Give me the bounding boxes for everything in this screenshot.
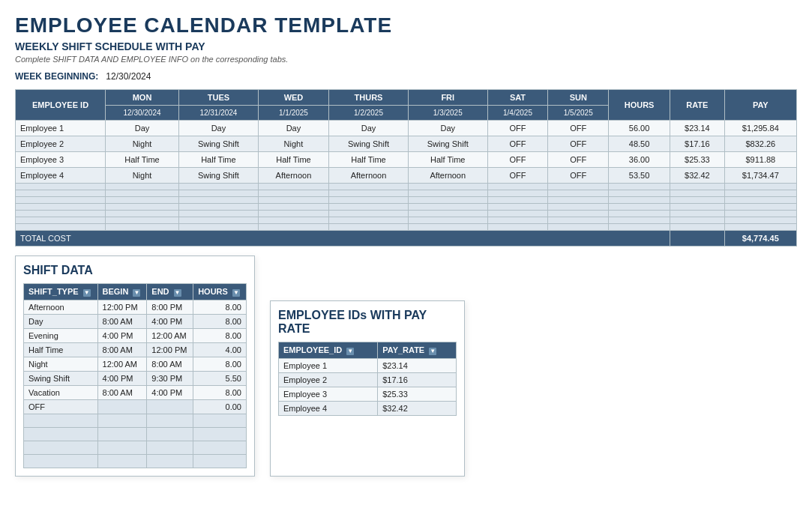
table-cell: Night <box>106 168 179 184</box>
table-cell <box>106 184 179 190</box>
list-item: Evening4:00 PM12:00 AM8.00 <box>24 329 247 343</box>
table-cell: 48.50 <box>609 136 670 152</box>
table-cell: Half Time <box>329 152 409 168</box>
table-cell <box>16 190 106 197</box>
filter-icon-pay-rate[interactable]: ▼ <box>429 348 436 355</box>
emp-cell: Employee 2 <box>279 373 378 387</box>
main-title: EMPLOYEE CALENDAR TEMPLATE <box>15 13 797 37</box>
table-cell <box>609 204 670 211</box>
table-cell <box>106 217 179 224</box>
table-cell: 36.00 <box>609 152 670 168</box>
table-cell <box>609 217 670 224</box>
table-cell <box>329 197 409 204</box>
filter-icon-type[interactable]: ▼ <box>83 289 91 297</box>
table-cell <box>258 211 328 217</box>
table-cell <box>408 211 487 217</box>
list-item: Employee 4$32.42 <box>279 402 457 416</box>
table-row <box>16 184 797 190</box>
list-item: OFF0.00 <box>24 400 247 414</box>
total-empty <box>670 231 725 247</box>
date-sun: 1/5/2025 <box>548 106 609 121</box>
table-row <box>16 211 797 217</box>
table-cell <box>179 184 259 190</box>
table-cell <box>16 204 106 211</box>
shift-cell <box>97 455 147 468</box>
table-cell <box>16 224 106 231</box>
table-cell <box>724 197 796 204</box>
shift-cell: Afternoon <box>24 300 98 315</box>
table-cell: $1,734.47 <box>724 168 796 184</box>
list-item <box>24 455 247 468</box>
col-rate: RATE <box>670 90 725 121</box>
table-cell <box>487 190 548 197</box>
emp-cell: $17.16 <box>378 373 457 387</box>
table-cell <box>106 197 179 204</box>
table-cell <box>329 184 409 190</box>
shift-cell: 8:00 AM <box>97 343 147 357</box>
shift-cell: 12:00 PM <box>147 343 193 357</box>
col-employee-id: EMPLOYEE ID <box>16 90 106 121</box>
table-cell <box>179 204 259 211</box>
shift-cell: 8:00 AM <box>147 357 193 372</box>
table-row: Employee 1DayDayDayDayDayOFFOFF56.00$23.… <box>16 121 797 136</box>
employee-ids-panel: EMPLOYEE IDs WITH PAY RATE EMPLOYEE_ID ▼… <box>270 300 465 477</box>
table-cell <box>329 224 409 231</box>
sub-title: WEEKLY SHIFT SCHEDULE WITH PAY <box>15 40 797 52</box>
table-cell: Night <box>106 136 179 152</box>
shift-cell: Day <box>24 315 98 329</box>
col-hours: HOURS <box>609 90 670 121</box>
emp-ids-header: EMPLOYEE_ID ▼ PAY_RATE ▼ <box>279 342 457 359</box>
table-cell <box>487 197 548 204</box>
table-cell: Day <box>106 121 179 136</box>
emp-cell: Employee 3 <box>279 387 378 402</box>
table-cell: Day <box>258 121 328 136</box>
table-cell: Afternoon <box>408 168 487 184</box>
table-cell: Day <box>408 121 487 136</box>
table-cell <box>548 217 609 224</box>
table-cell <box>179 211 259 217</box>
shift-cell: 4:00 PM <box>97 329 147 343</box>
table-cell <box>670 211 725 217</box>
week-value: 12/30/2024 <box>106 71 151 82</box>
table-cell: OFF <box>487 168 548 184</box>
table-cell: $1,295.84 <box>724 121 796 136</box>
shift-cell: Vacation <box>24 386 98 400</box>
col-sun: SUN <box>548 90 609 106</box>
shift-cell: 8.00 <box>193 300 247 315</box>
table-cell <box>16 197 106 204</box>
shift-cell: 8.00 <box>193 315 247 329</box>
table-cell <box>609 224 670 231</box>
filter-icon-hours[interactable]: ▼ <box>232 289 240 297</box>
table-cell <box>609 211 670 217</box>
week-label: WEEK BEGINNING: <box>15 71 98 82</box>
table-cell: OFF <box>548 168 609 184</box>
table-row: Employee 4NightSwing ShiftAfternoonAfter… <box>16 168 797 184</box>
table-cell <box>408 184 487 190</box>
table-cell <box>106 224 179 231</box>
list-item: Employee 3$25.33 <box>279 387 457 402</box>
shift-cell <box>193 455 247 468</box>
shift-cell: Night <box>24 357 98 372</box>
date-wed: 1/1/2025 <box>258 106 328 121</box>
shift-cell <box>193 428 247 441</box>
table-cell: OFF <box>487 152 548 168</box>
table-cell <box>670 184 725 190</box>
shift-cell: 4:00 PM <box>147 386 193 400</box>
filter-icon-emp-id[interactable]: ▼ <box>346 348 354 355</box>
filter-icon-end[interactable]: ▼ <box>174 289 181 297</box>
shift-cell: 12:00 AM <box>97 357 147 372</box>
list-item: Swing Shift4:00 PM9:30 PM5.50 <box>24 372 247 386</box>
table-cell: $23.14 <box>670 121 725 136</box>
panels-area: SHIFT DATA SHIFT_TYPE ▼ BEGIN ▼ END ▼ HO… <box>15 256 797 477</box>
table-cell <box>724 204 796 211</box>
emp-cell: Employee 4 <box>279 402 378 416</box>
table-cell <box>670 217 725 224</box>
table-cell <box>16 184 106 190</box>
table-cell: Employee 1 <box>16 121 106 136</box>
table-cell: $17.16 <box>670 136 725 152</box>
table-cell <box>179 197 259 204</box>
filter-icon-begin[interactable]: ▼ <box>133 289 140 297</box>
date-fri: 1/3/2025 <box>408 106 487 121</box>
table-cell <box>548 211 609 217</box>
table-cell: Employee 3 <box>16 152 106 168</box>
